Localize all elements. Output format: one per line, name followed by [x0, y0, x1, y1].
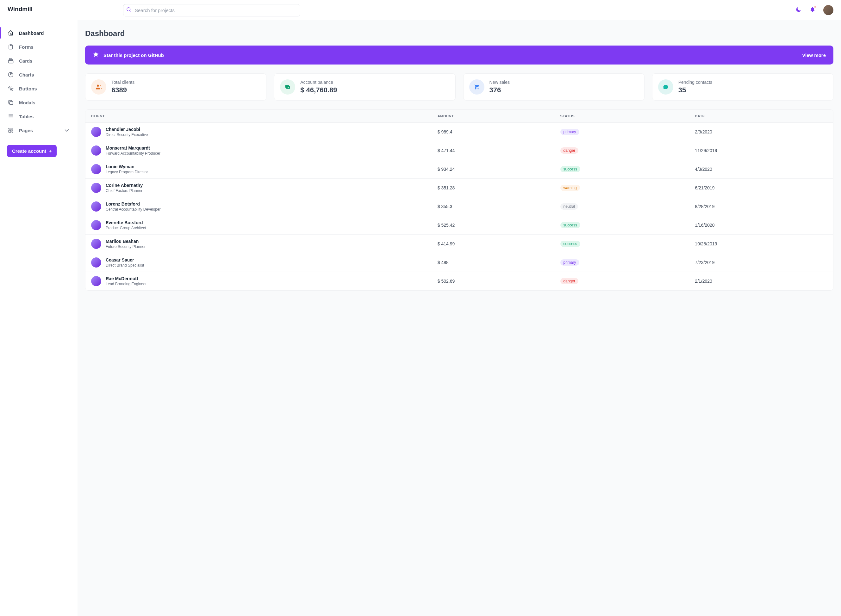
client-title: Chief Factors Planner: [106, 188, 143, 193]
search-icon: [126, 7, 131, 13]
sidebar-item-charts[interactable]: Charts: [0, 67, 78, 82]
client-name: Lorenz Botsford: [106, 201, 160, 207]
client-avatar: [91, 183, 101, 193]
cell-amount: $ 525.42: [432, 216, 555, 235]
notifications-button[interactable]: [809, 6, 816, 14]
github-cta-banner[interactable]: Star this project on GitHub View more: [85, 45, 834, 65]
cell-amount: $ 351.28: [432, 179, 555, 197]
stat-card-account-balance: Account balance $ 46,760.89: [274, 73, 455, 101]
cta-view-more-link[interactable]: View more: [802, 53, 826, 58]
table-row[interactable]: Monserrat MarquardtForward Accountabilit…: [85, 141, 833, 160]
app-logo[interactable]: Windmill: [0, 6, 78, 18]
cart-icon: [469, 79, 484, 95]
create-account-button[interactable]: Create account +: [7, 145, 57, 157]
status-badge: success: [560, 222, 580, 228]
theme-toggle-button[interactable]: [795, 6, 802, 14]
table-row[interactable]: Chandler JacobiDirect Security Executive…: [85, 123, 833, 141]
th-date: Date: [689, 110, 833, 123]
table-row[interactable]: Rae McDermottLead Branding Engineer$ 502…: [85, 272, 833, 290]
status-badge: neutral: [560, 203, 578, 210]
stat-label: Pending contacts: [678, 80, 712, 85]
client-title: Central Accountability Developer: [106, 207, 160, 211]
status-badge: success: [560, 166, 580, 172]
stat-value: 6389: [111, 86, 134, 94]
client-avatar: [91, 127, 101, 137]
sidebar-item-cards[interactable]: Cards: [0, 54, 78, 67]
nav-list: Dashboard Forms Cards Charts Buttons Mod…: [0, 26, 78, 137]
svg-point-0: [127, 7, 130, 11]
client-avatar: [91, 201, 101, 211]
chevron-down-icon: [63, 127, 70, 133]
pie-chart-icon: [7, 72, 14, 78]
cell-date: 10/28/2019: [689, 235, 833, 253]
stat-card-pending-contacts: Pending contacts 35: [652, 73, 834, 101]
home-icon: [7, 30, 14, 36]
table-row[interactable]: Lorenz BotsfordCentral Accountability De…: [85, 197, 833, 216]
client-name: Corine Abernathy: [106, 183, 143, 188]
cell-amount: $ 414.99: [432, 235, 555, 253]
stat-label: New sales: [490, 80, 510, 85]
sidebar-item-buttons[interactable]: Buttons: [0, 82, 78, 95]
cell-amount: $ 502.69: [432, 272, 555, 290]
plus-icon: +: [49, 148, 51, 154]
nav-label: Dashboard: [19, 30, 44, 36]
client-avatar: [91, 239, 101, 249]
main-content: Dashboard Star this project on GitHub Vi…: [78, 20, 841, 616]
client-title: Legacy Program Director: [106, 170, 148, 174]
client-avatar: [91, 276, 101, 286]
client-avatar: [91, 257, 101, 267]
stat-value: 35: [678, 86, 712, 94]
client-title: Forward Accountability Producer: [106, 151, 160, 155]
cell-date: 6/21/2019: [689, 179, 833, 197]
client-title: Future Security Planner: [106, 245, 146, 249]
client-name: Lonie Wyman: [106, 164, 148, 169]
header: [78, 0, 841, 20]
copy-icon: [7, 99, 14, 106]
client-name: Rae McDermott: [106, 276, 147, 281]
status-badge: primary: [560, 129, 579, 135]
create-account-label: Create account: [12, 148, 46, 154]
stat-value: $ 46,760.89: [300, 86, 337, 94]
menu-icon: [7, 113, 14, 120]
table-row[interactable]: Lonie WymanLegacy Program Director$ 934.…: [85, 160, 833, 179]
sidebar-item-pages[interactable]: Pages: [0, 123, 78, 137]
header-actions: [795, 5, 834, 15]
status-badge: warning: [560, 185, 580, 191]
stat-label: Account balance: [300, 80, 337, 85]
cell-date: 1/16/2020: [689, 216, 833, 235]
sidebar-item-tables[interactable]: Tables: [0, 109, 78, 123]
clients-table: Client Amount Status Date Chandler Jacob…: [85, 109, 834, 290]
sidebar-item-modals[interactable]: Modals: [0, 95, 78, 109]
nav-label: Cards: [19, 58, 32, 63]
client-title: Lead Branding Engineer: [106, 282, 147, 286]
nav-label: Tables: [19, 114, 34, 119]
search-wrap: [123, 4, 300, 16]
client-avatar: [91, 220, 101, 230]
search-input[interactable]: [123, 4, 300, 16]
sidebar-item-dashboard[interactable]: Dashboard: [0, 26, 78, 40]
table-row[interactable]: Everette BotsfordProduct Group Architect…: [85, 216, 833, 235]
chat-icon: [658, 79, 673, 95]
cell-date: 8/28/2019: [689, 197, 833, 216]
stat-card-total-clients: Total clients 6389: [85, 73, 266, 101]
cell-date: 4/3/2020: [689, 160, 833, 179]
status-badge: danger: [560, 147, 578, 154]
th-status: Status: [555, 110, 690, 123]
cell-amount: $ 355.3: [432, 197, 555, 216]
cell-date: 7/23/2019: [689, 253, 833, 272]
notification-dot-icon: [814, 6, 816, 8]
client-title: Direct Brand Specialist: [106, 263, 144, 267]
cell-date: 2/1/2020: [689, 272, 833, 290]
user-avatar[interactable]: [823, 5, 834, 15]
page-title: Dashboard: [85, 29, 834, 38]
table-row[interactable]: Ceasar SauerDirect Brand Specialist$ 488…: [85, 253, 833, 272]
client-title: Product Group Architect: [106, 226, 146, 230]
cell-amount: $ 934.24: [432, 160, 555, 179]
cursor-click-icon: [7, 85, 14, 92]
sidebar-item-forms[interactable]: Forms: [0, 40, 78, 54]
moon-icon: [795, 6, 802, 13]
clipboard-icon: [7, 44, 14, 50]
table-row[interactable]: Corine AbernathyChief Factors Planner$ 3…: [85, 179, 833, 197]
client-name: Chandler Jacobi: [106, 127, 148, 132]
table-row[interactable]: Marilou BeahanFuture Security Planner$ 4…: [85, 235, 833, 253]
